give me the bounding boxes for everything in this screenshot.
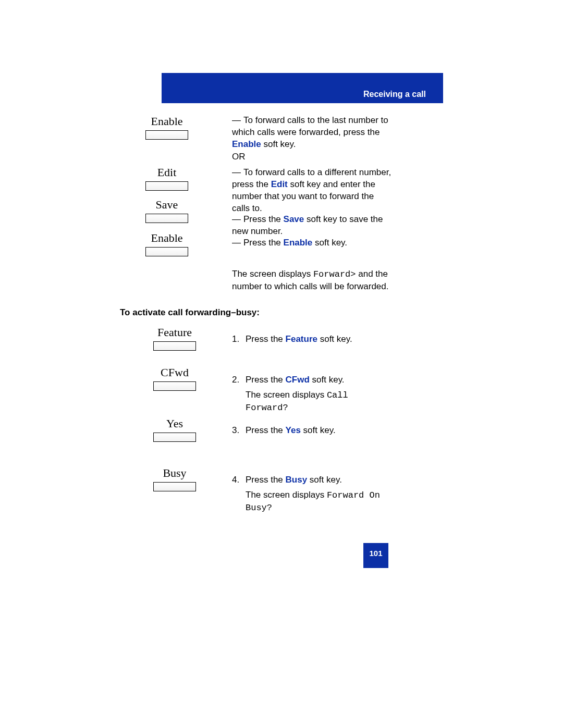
cfwd-keyword: CFwd <box>286 375 310 385</box>
t: soft key. <box>301 425 336 435</box>
softkey-rect-cfwd <box>153 381 196 391</box>
page: Receiving a call Enable —To forward call… <box>0 0 563 728</box>
enable-keyword: Enable <box>232 139 261 149</box>
softkey-enable: Enable <box>136 115 198 140</box>
softkey-label-enable2: Enable <box>136 231 198 245</box>
t: soft key. <box>307 475 342 485</box>
instruction-enable2: —Press the Enable soft key. <box>232 237 394 249</box>
page-number: 101 <box>363 543 388 568</box>
step-2: 2.Press the CFwd soft key. The screen di… <box>232 374 394 414</box>
t: soft key. <box>261 139 296 149</box>
step-1: 1.Press the Feature soft key. <box>232 334 394 346</box>
t: Press the <box>246 425 286 435</box>
step-3: 3.Press the Yes soft key. <box>232 425 394 437</box>
softkey-label-enable: Enable <box>136 115 198 128</box>
softkey-rect-yes <box>153 433 196 442</box>
softkey-save: Save <box>136 198 198 223</box>
softkey-label-feature: Feature <box>143 326 206 339</box>
softkey-label-save: Save <box>136 198 198 212</box>
t: soft key. <box>310 375 345 385</box>
screen-displays-forward: The screen displays Forward> and the num… <box>232 268 399 293</box>
save-keyword: Save <box>284 214 304 224</box>
softkey-rect-edit <box>145 181 188 191</box>
softkey-busy: Busy <box>143 466 206 491</box>
softkey-label-edit: Edit <box>136 166 198 179</box>
softkey-edit: Edit <box>136 166 198 191</box>
instruction-save: —Press the Save soft key to save the new… <box>232 214 394 238</box>
t: Press the <box>246 375 286 385</box>
t: Press the <box>243 214 284 224</box>
t: The screen displays <box>232 269 313 279</box>
header-bar: Receiving a call <box>162 73 443 103</box>
softkey-rect-enable <box>145 130 188 140</box>
softkey-rect-enable2 <box>145 247 188 256</box>
instruction-edit: —To forward calls to a different number,… <box>232 167 394 215</box>
t: The screen displays <box>246 390 327 400</box>
softkey-label-yes: Yes <box>143 417 206 430</box>
code-forward: Forward> <box>313 269 356 279</box>
yes-keyword: Yes <box>286 425 301 435</box>
t: soft key. <box>312 238 347 248</box>
softkey-feature: Feature <box>143 326 206 351</box>
step-4: 4.Press the Busy soft key. The screen di… <box>232 474 394 514</box>
t: The screen displays <box>246 490 327 500</box>
t: Press the <box>246 334 286 344</box>
t: soft key. <box>317 334 352 344</box>
or-separator: OR <box>232 151 246 163</box>
busy-keyword: Busy <box>286 475 308 485</box>
softkey-enable-2: Enable <box>136 231 198 256</box>
header-title: Receiving a call <box>363 90 426 99</box>
softkey-cfwd: CFwd <box>143 366 206 391</box>
instruction-enable-last: —To forward calls to the last number to … <box>232 115 394 151</box>
t: Press the <box>246 475 286 485</box>
section-heading-busy: To activate call forwarding–busy: <box>120 307 260 318</box>
edit-keyword: Edit <box>271 179 288 189</box>
feature-keyword: Feature <box>286 334 317 344</box>
softkey-label-cfwd: CFwd <box>143 366 206 379</box>
t: To forward calls to the last number to w… <box>232 115 388 137</box>
t: Press the <box>243 238 284 248</box>
enable2-keyword: Enable <box>284 238 313 248</box>
softkey-label-busy: Busy <box>143 466 206 480</box>
softkey-rect-busy <box>153 482 196 491</box>
softkey-rect-save <box>145 214 188 223</box>
softkey-yes: Yes <box>143 417 206 442</box>
softkey-rect-feature <box>153 341 196 351</box>
